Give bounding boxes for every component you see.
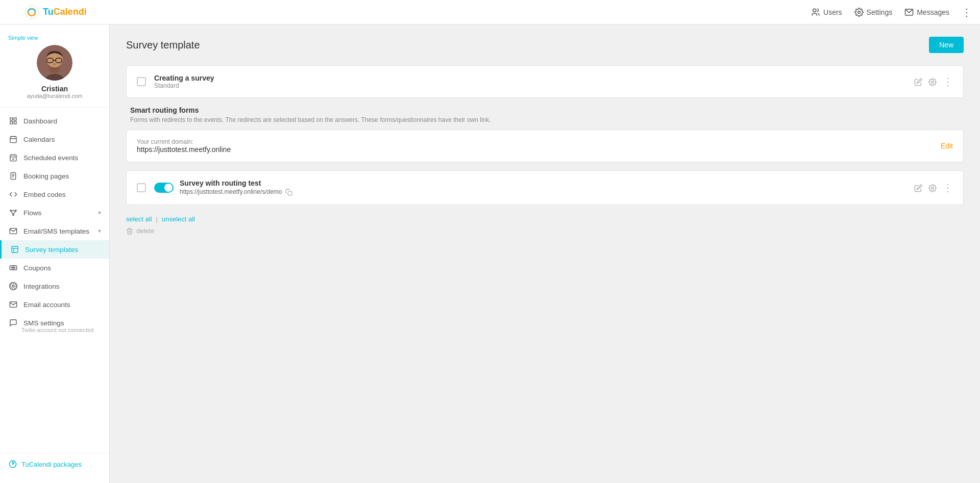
calendars-icon <box>8 135 18 143</box>
survey-checkbox-2[interactable] <box>137 183 146 192</box>
more-survey-1-button[interactable]: ⋮ <box>943 75 953 88</box>
email-sms-icon <box>8 227 18 235</box>
sidebar-item-scheduled-events[interactable]: Scheduled events <box>0 148 109 167</box>
survey-checkbox-1[interactable] <box>137 77 146 86</box>
svg-rect-13 <box>14 118 16 120</box>
svg-point-28 <box>10 210 12 212</box>
users-nav-button[interactable]: Users <box>811 8 842 17</box>
standard-survey-card: Creating a survey Standard <box>126 65 964 98</box>
menu-button[interactable] <box>8 9 18 16</box>
messages-nav-button[interactable]: Messages <box>904 8 949 17</box>
delete-action[interactable]: delete <box>126 227 964 235</box>
unselect-all-link[interactable]: unselect all <box>162 215 195 223</box>
select-separator: | <box>156 215 158 223</box>
new-button[interactable]: New <box>929 37 964 53</box>
svg-point-2 <box>813 9 816 12</box>
trash-icon <box>126 227 133 235</box>
select-actions: select all | unselect all <box>126 213 964 225</box>
sidebar-bottom: TuCalendi packages <box>0 453 109 475</box>
survey-name-1: Creating a survey <box>154 74 914 82</box>
coupons-icon <box>8 264 18 272</box>
settings-icon <box>854 8 864 17</box>
messages-icon <box>904 8 914 17</box>
svg-point-0 <box>25 6 38 19</box>
domain-value: https://justtotest.meetfy.online <box>137 145 231 154</box>
survey-item-routing: Survey with routing test https://justtot… <box>127 171 963 205</box>
email-icon <box>8 300 18 309</box>
sidebar-item-integrations[interactable]: Integrations <box>0 277 109 295</box>
more-survey-2-button[interactable]: ⋮ <box>943 182 953 194</box>
copy-link-icon[interactable] <box>285 187 292 196</box>
survey-item-creating: Creating a survey Standard <box>127 66 963 97</box>
logo-text: TuCalendi <box>43 7 87 17</box>
svg-point-40 <box>12 285 14 287</box>
more-options-button[interactable]: ⋮ <box>962 6 972 18</box>
tucalendi-packages-button[interactable]: TuCalendi packages <box>8 460 101 469</box>
booking-icon <box>8 172 18 180</box>
edit-survey-2-button[interactable] <box>914 183 922 192</box>
svg-point-46 <box>932 187 934 189</box>
profile-email: ayuda@tucalendi.com <box>27 93 82 99</box>
sms-subtitle: Twilio account not connected <box>21 327 93 333</box>
page-title: Survey template <box>126 39 200 51</box>
logo-icon <box>24 5 39 19</box>
sidebar-item-flows[interactable]: Flows ▾ <box>0 204 109 222</box>
svg-rect-20 <box>10 155 16 161</box>
survey-actions-2: ⋮ <box>914 182 953 194</box>
sidebar-item-survey-templates[interactable]: Survey templates <box>0 240 109 259</box>
svg-point-11 <box>53 63 56 65</box>
svg-rect-16 <box>10 137 16 143</box>
svg-rect-15 <box>10 121 13 124</box>
smart-routing-desc: Forms with redirects to the events. The … <box>130 116 960 123</box>
svg-rect-14 <box>14 121 16 124</box>
survey-actions-1: ⋮ <box>914 75 953 88</box>
survey-type-1: Standard <box>154 82 914 89</box>
main-content: Survey template New Creating a survey St… <box>110 24 980 483</box>
sidebar-item-dashboard[interactable]: Dashboard <box>0 112 109 130</box>
sidebar-item-calendars[interactable]: Calendars <box>0 130 109 148</box>
sidebar-item-email-accounts[interactable]: Email accounts <box>0 295 109 314</box>
routing-survey-card: Survey with routing test https://justtot… <box>126 170 964 205</box>
svg-point-44 <box>932 81 934 83</box>
simple-view-label: Simple view <box>8 35 38 41</box>
edit-domain-button[interactable]: Edit <box>941 142 953 150</box>
sidebar-item-booking-pages[interactable]: Booking pages <box>0 167 109 185</box>
svg-point-1 <box>31 8 33 10</box>
sidebar: Simple view <box>0 24 110 483</box>
svg-point-29 <box>15 210 16 212</box>
sidebar-item-coupons[interactable]: Coupons <box>0 259 109 277</box>
svg-point-38 <box>11 267 12 268</box>
embed-icon <box>8 190 18 198</box>
sidebar-item-sms-settings[interactable]: SMS settings Twilio account not connecte… <box>0 314 109 338</box>
avatar-image <box>37 45 72 81</box>
edit-survey-1-button[interactable] <box>914 77 922 86</box>
settings-survey-1-button[interactable] <box>928 77 937 86</box>
flows-chevron-icon: ▾ <box>98 209 101 216</box>
sidebar-item-embed-codes[interactable]: Embed codes <box>0 185 109 204</box>
scheduled-icon <box>8 154 18 162</box>
settings-nav-button[interactable]: Settings <box>854 8 893 17</box>
dashboard-icon <box>8 117 18 125</box>
logo: TuCalendi <box>24 5 87 19</box>
svg-line-33 <box>13 211 16 214</box>
routing-survey-toggle[interactable] <box>154 183 174 193</box>
survey-link: https://justtotest.meetfy.online/s/demo <box>180 188 282 195</box>
survey-info-2: Survey with routing test https://justtot… <box>180 179 914 196</box>
survey-info-1: Creating a survey Standard <box>154 74 914 89</box>
settings-survey-2-button[interactable] <box>928 183 937 192</box>
integrations-icon <box>8 282 18 290</box>
avatar <box>37 45 72 81</box>
svg-rect-12 <box>10 118 13 120</box>
svg-rect-34 <box>12 246 18 252</box>
domain-card: Your current domain: https://justtotest.… <box>126 130 964 162</box>
svg-point-39 <box>14 267 15 268</box>
smart-routing-title: Smart routing forms <box>130 106 960 114</box>
email-sms-chevron-icon: ▾ <box>98 227 101 235</box>
flows-icon <box>8 209 18 217</box>
sidebar-item-email-sms-templates[interactable]: Email/SMS templates ▾ <box>0 222 109 240</box>
svg-point-3 <box>857 11 860 13</box>
survey-name-2: Survey with routing test <box>180 179 914 187</box>
delete-label: delete <box>136 227 154 235</box>
svg-line-32 <box>11 211 13 214</box>
select-all-link[interactable]: select all <box>126 215 152 223</box>
